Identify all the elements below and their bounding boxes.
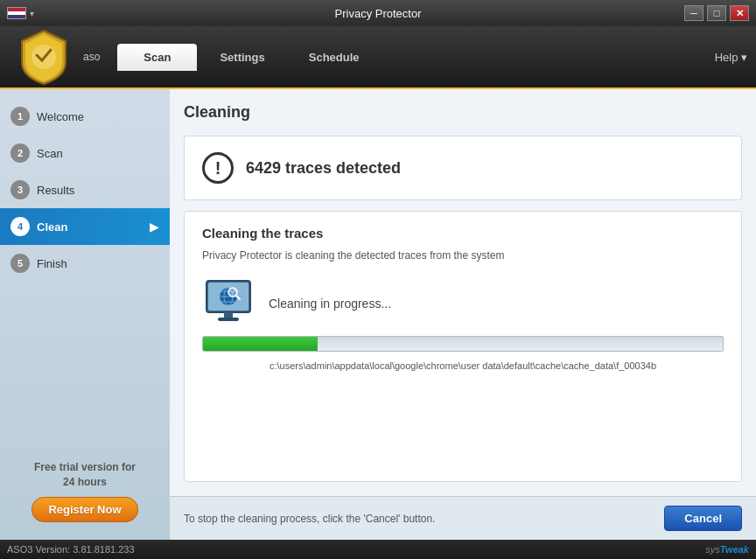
main-layout: 1 Welcome 2 Scan 3 Results 4 Clean ▶ 5 F…: [0, 89, 756, 540]
content-column: Cleaning ! 6429 traces detected Cleaning…: [170, 89, 756, 540]
brand-tweak: Tweak: [720, 544, 749, 555]
step-2-circle: 2: [10, 143, 30, 163]
sidebar-bottom: Free trial version for 24 hours Register…: [0, 451, 170, 531]
step-3-circle: 3: [10, 180, 30, 199]
cleaning-progress-area: Cleaning in progress... c:\users\admin\a…: [202, 270, 724, 380]
window-controls: ─ □ ✕: [684, 5, 749, 21]
cancel-button[interactable]: Cancel: [664, 506, 742, 531]
nav-tabs: Scan Settings Schedule: [117, 44, 714, 71]
sidebar: 1 Welcome 2 Scan 3 Results 4 Clean ▶ 5 F…: [0, 89, 170, 540]
sidebar-label-clean: Clean: [37, 220, 67, 234]
content-area: Cleaning ! 6429 traces detected Cleaning…: [170, 89, 756, 496]
tab-settings[interactable]: Settings: [199, 45, 285, 69]
sidebar-item-scan[interactable]: 2 Scan: [0, 135, 170, 171]
progress-label: Cleaning in progress...: [269, 297, 391, 311]
step-4-circle: 4: [10, 217, 30, 236]
brand-sys: sys: [705, 544, 720, 555]
sidebar-item-welcome[interactable]: 1 Welcome: [0, 98, 170, 135]
footer-text: To stop the cleaning process, click the …: [184, 513, 435, 525]
help-button[interactable]: Help ▾: [715, 51, 747, 64]
sidebar-item-clean[interactable]: 4 Clean ▶: [0, 208, 170, 245]
flag-icon: [7, 7, 26, 19]
sidebar-label-welcome: Welcome: [37, 110, 84, 123]
sidebar-item-results[interactable]: 3 Results: [0, 171, 170, 208]
cleaning-img-text: Cleaning in progress...: [202, 279, 724, 327]
sidebar-items: 1 Welcome 2 Scan 3 Results 4 Clean ▶ 5 F…: [0, 98, 170, 282]
logo-area: [9, 26, 79, 87]
minimize-button[interactable]: ─: [684, 5, 704, 21]
maximize-button[interactable]: □: [707, 5, 726, 21]
cleaning-box: Cleaning the traces Privacy Protector is…: [184, 211, 742, 482]
sidebar-label-finish: Finish: [37, 257, 67, 270]
username: aso: [83, 51, 100, 63]
svg-rect-11: [218, 318, 239, 321]
version-text: ASO3 Version: 3.81.8181.233: [7, 544, 135, 555]
svg-rect-10: [224, 312, 233, 318]
monitor-icon: [202, 279, 255, 327]
file-path: c:\users\admin\appdata\local\google\chro…: [270, 360, 656, 371]
sidebar-label-results: Results: [37, 184, 74, 197]
alert-message: 6429 traces detected: [246, 159, 401, 178]
cleaning-description: Privacy Protector is cleaning the detect…: [202, 249, 724, 262]
trial-text: Free trial version for 24 hours: [34, 460, 136, 490]
progress-bar-fill: [203, 337, 318, 351]
header-bar: aso Scan Settings Schedule Help ▾: [0, 26, 756, 89]
register-button[interactable]: Register Now: [32, 497, 137, 522]
sidebar-label-scan: Scan: [37, 147, 63, 160]
footer-bar: To stop the cleaning process, click the …: [170, 496, 756, 540]
title-bar: ▾ Privacy Protector ─ □ ✕: [0, 0, 756, 26]
brand-text: sysTweak: [705, 544, 749, 555]
tab-schedule[interactable]: Schedule: [288, 45, 381, 69]
arrow-icon: ▶: [150, 220, 159, 234]
step-1-circle: 1: [10, 107, 30, 126]
status-bar: ASO3 Version: 3.81.8181.233 sysTweak: [0, 540, 756, 559]
cleaning-title: Cleaning the traces: [202, 226, 724, 241]
progress-bar: [202, 336, 724, 352]
alert-box: ! 6429 traces detected: [184, 136, 742, 200]
section-title: Cleaning: [184, 103, 742, 122]
sidebar-item-finish[interactable]: 5 Finish: [0, 245, 170, 282]
app-logo: [18, 29, 70, 86]
step-5-circle: 5: [10, 254, 30, 273]
app-title: Privacy Protector: [335, 7, 422, 20]
tab-scan[interactable]: Scan: [117, 44, 197, 71]
flag-area: ▾: [7, 7, 34, 19]
close-button[interactable]: ✕: [730, 5, 749, 21]
alert-icon: !: [202, 152, 234, 184]
